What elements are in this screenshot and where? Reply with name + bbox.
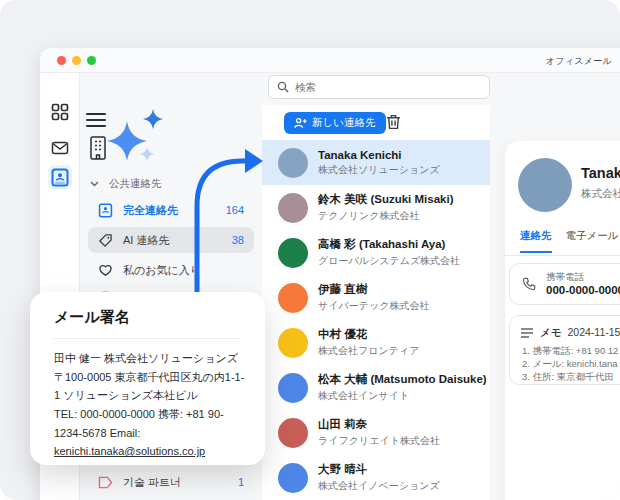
contact-row[interactable]: 鈴木 美咲 (Suzuki Misaki) テクノリンク株式会社 bbox=[262, 185, 490, 230]
contact-row[interactable]: 松本 大輔 (Matsumoto Daisuke) 株式会社インサイト bbox=[262, 365, 490, 410]
menu-icon[interactable] bbox=[86, 113, 106, 127]
organization-icon bbox=[87, 135, 109, 161]
phone-value: 000-0000-0000 bbox=[546, 284, 620, 296]
avatar bbox=[278, 328, 308, 358]
contact-detail-panel: Tanaka Kenichi 株式会社ソリューションズ 連絡先 電子メール ファ… bbox=[505, 141, 620, 500]
contact-company: 株式会社インサイト bbox=[318, 389, 487, 403]
detail-company: 株式会社ソリューションズ bbox=[581, 187, 620, 201]
avatar bbox=[278, 463, 308, 493]
titlebar: オフィスメール bbox=[40, 48, 620, 73]
avatar bbox=[278, 238, 308, 268]
heart-icon bbox=[98, 263, 113, 277]
zoom-button[interactable] bbox=[87, 56, 96, 65]
detail-avatar bbox=[518, 158, 572, 212]
screenshot-canvas: オフィスメール bbox=[0, 0, 620, 500]
search-input[interactable] bbox=[295, 81, 465, 93]
avatar bbox=[278, 373, 308, 403]
sidebar-group-label: 公共連絡先 bbox=[109, 177, 162, 191]
contact-name: 鈴木 美咲 (Suzuki Misaki) bbox=[318, 192, 453, 207]
contact-list-panel: 新しい連絡先 Tanaka Kenichi 株式会社ソリューションズ 鈴木 美咲… bbox=[262, 105, 490, 500]
window-controls bbox=[57, 56, 96, 65]
apps-grid-icon[interactable] bbox=[51, 103, 69, 121]
contact-row[interactable]: 伊藤 直樹 サイバーテック株式会社 bbox=[262, 275, 490, 320]
new-contact-button[interactable]: 新しい連絡先 bbox=[284, 112, 386, 134]
contact-company: 株式会社フロンティア bbox=[318, 344, 419, 358]
contact-row[interactable]: 山田 莉奈 ライフクリエイト株式会社 bbox=[262, 410, 490, 455]
contact-name: 山田 莉奈 bbox=[318, 417, 440, 432]
memo-label: メモ bbox=[540, 326, 562, 338]
contact-company: 株式会社ソリューションズ bbox=[318, 163, 440, 177]
sidebar-item-label: 完全連絡先 bbox=[123, 203, 178, 218]
phone-icon bbox=[522, 277, 536, 291]
contact-name: 大野 晴斗 bbox=[318, 462, 440, 477]
memo-date: 2024-11-15 bbox=[568, 326, 620, 338]
contact-card-icon bbox=[51, 168, 69, 187]
contact-company: テクノリンク株式会社 bbox=[318, 209, 453, 223]
close-button[interactable] bbox=[57, 56, 66, 65]
search-icon bbox=[277, 81, 289, 93]
contact-name: 中村 優花 bbox=[318, 327, 419, 342]
avatar bbox=[278, 283, 308, 313]
contact-row[interactable]: 高橋 彩 (Takahashi Aya) グローバルシステムズ株式会社 bbox=[262, 230, 490, 275]
contact-name: 伊藤 直樹 bbox=[318, 282, 429, 297]
contact-row[interactable]: 中村 優花 株式会社フロンティア bbox=[262, 320, 490, 365]
sidebar-item-favorites[interactable]: 私のお気に入り bbox=[88, 257, 254, 283]
sidebar-group-public-contacts[interactable]: 公共連絡先 bbox=[90, 176, 162, 192]
detail-tabs: 連絡先 電子メール ファイル bbox=[520, 229, 620, 253]
phone-card[interactable]: 携帯電話 000-0000-0000 bbox=[509, 263, 620, 305]
search-bar[interactable] bbox=[268, 75, 490, 99]
sidebar-item-label: 기술 파트너 bbox=[123, 475, 181, 490]
mail-icon[interactable] bbox=[51, 139, 69, 157]
contact-company: ライフクリエイト株式会社 bbox=[318, 434, 440, 448]
item-count: 1 bbox=[238, 476, 244, 488]
avatar bbox=[278, 193, 308, 223]
email-signature-popup: メール署名 田中 健一 株式会社ソリューションズ 〒100-0005 東京都千代… bbox=[30, 292, 265, 465]
minimize-button[interactable] bbox=[72, 56, 81, 65]
contact-company: 株式会社イノベーションズ bbox=[318, 479, 440, 493]
sidebar-item-label: AI 連絡先 bbox=[123, 233, 169, 248]
memo-lines-icon bbox=[520, 327, 534, 339]
sidebar-item-ai-contacts[interactable]: AI 連絡先 38 bbox=[88, 227, 254, 253]
new-contact-label: 新しい連絡先 bbox=[312, 116, 376, 130]
contact-name: Tanaka Kenichi bbox=[318, 149, 440, 161]
memo-line: 1. 携帯電話: +81 90 12 bbox=[522, 344, 618, 357]
tab-email[interactable]: 電子メール bbox=[566, 229, 619, 253]
signature-line: 〒100-0005 東京都千代田区丸の内1-1-1 ソリューションズ本社ビル bbox=[54, 368, 246, 405]
memo-line: 2. メール: kenichi.tana bbox=[522, 357, 618, 370]
divider bbox=[505, 255, 620, 256]
contact-row[interactable]: 大野 晴斗 株式会社イノベーションズ bbox=[262, 455, 490, 500]
person-add-icon bbox=[294, 117, 307, 129]
window-title: オフィスメール bbox=[546, 55, 612, 68]
item-count: 38 bbox=[232, 234, 244, 246]
signature-line: TEL: 000-0000-0000 携帯: +81 90-1234-5678 … bbox=[54, 405, 246, 442]
tags-icon bbox=[98, 233, 113, 248]
signature-line: 田中 健一 株式会社ソリューションズ bbox=[54, 349, 246, 368]
delete-contact-icon[interactable] bbox=[386, 114, 402, 131]
detail-name: Tanaka Kenichi bbox=[581, 165, 620, 181]
contact-name: 高橋 彩 (Takahashi Aya) bbox=[318, 237, 460, 252]
divider bbox=[54, 338, 241, 339]
contact-card-icon bbox=[98, 203, 113, 218]
memo-card[interactable]: メモ2024-11-15 1. 携帯電話: +81 90 12 2. メール: … bbox=[509, 315, 620, 385]
contact-name: 松本 大輔 (Matsumoto Daisuke) bbox=[318, 372, 487, 387]
ai-sparkles-icon bbox=[105, 107, 171, 171]
popup-title: メール署名 bbox=[54, 308, 241, 327]
contact-company: サイバーテック株式会社 bbox=[318, 299, 429, 313]
tab-contact[interactable]: 連絡先 bbox=[520, 229, 552, 253]
contacts-nav-active[interactable] bbox=[48, 165, 72, 189]
sidebar-item-tech-partner[interactable]: 기술 파트너 1 bbox=[88, 469, 254, 495]
sidebar-item-all-contacts[interactable]: 完全連絡先 164 bbox=[88, 197, 254, 223]
memo-line: 3. 住所: 東京都千代田 bbox=[522, 370, 618, 383]
phone-label: 携帯電話 bbox=[546, 271, 584, 284]
signature-email-link[interactable]: kenichi.tanaka@solutions.co.jp bbox=[54, 445, 205, 457]
tag-icon bbox=[98, 476, 113, 489]
chevron-down-icon bbox=[90, 181, 99, 187]
contact-company: グローバルシステムズ株式会社 bbox=[318, 254, 460, 268]
avatar bbox=[278, 148, 308, 178]
avatar bbox=[278, 418, 308, 448]
sidebar-item-label: 私のお気に入り bbox=[123, 263, 201, 278]
item-count: 164 bbox=[226, 204, 244, 216]
contact-row[interactable]: Tanaka Kenichi 株式会社ソリューションズ bbox=[262, 140, 490, 185]
